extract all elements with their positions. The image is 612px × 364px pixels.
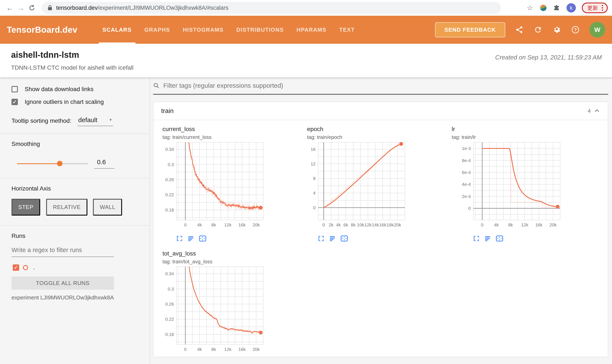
chart-plot[interactable]: 04k8k12k16k20k02e-44e-46e-48e-41e-3 — [452, 140, 567, 230]
smoothing-label: Smoothing — [0, 141, 150, 147]
svg-text:0.18: 0.18 — [165, 208, 174, 212]
experiment-description: TDNN-LSTM CTC model for aishell with ice… — [11, 64, 601, 71]
chart-plot[interactable]: 04k8k12k16k20k0.180.220.260.30.34 — [163, 265, 270, 354]
toggle-all-runs-button[interactable]: TOGGLE ALL RUNS — [12, 276, 114, 290]
settings-sidebar: Show data download links ✓ Ignore outlie… — [0, 77, 150, 364]
expand-chart-icon[interactable] — [177, 235, 182, 241]
svg-text:16: 16 — [311, 147, 316, 152]
tab-hparams[interactable]: HPARAMS — [290, 16, 333, 44]
svg-text:6k: 6k — [343, 222, 348, 227]
send-feedback-button[interactable]: SEND FEEDBACK — [435, 22, 505, 37]
svg-text:12k: 12k — [364, 222, 372, 227]
bookmark-star-icon[interactable]: ☆ — [527, 4, 533, 12]
settings-gear-icon[interactable] — [552, 25, 561, 34]
log-scale-icon[interactable] — [484, 235, 491, 241]
svg-text:14k: 14k — [372, 222, 379, 227]
train-group-header[interactable]: train 4 — [153, 102, 608, 120]
svg-text:8k: 8k — [211, 347, 216, 352]
charts-grid: current_loss tag: train/current_loss 04k… — [153, 120, 608, 357]
svg-text:0: 0 — [322, 222, 325, 227]
log-scale-icon[interactable] — [188, 235, 194, 241]
ignore-outliers-checkbox[interactable]: ✓ — [12, 99, 18, 105]
forward-icon[interactable]: → — [15, 2, 26, 13]
run-color-swatch — [23, 265, 28, 270]
account-avatar[interactable]: W — [589, 22, 605, 38]
chart-title: epoch — [307, 126, 452, 132]
svg-text:?: ? — [574, 27, 577, 32]
chrome-update-label: 更新 — [587, 4, 598, 12]
tab-histograms[interactable]: HISTOGRAMS — [177, 16, 230, 44]
back-icon[interactable]: ← — [4, 2, 15, 13]
svg-text:4k: 4k — [197, 222, 202, 227]
tooltip-sorting-select[interactable]: default ▼ — [77, 116, 113, 126]
refresh-data-icon[interactable] — [533, 25, 543, 34]
chart-plot[interactable]: 02k4k6k8k10k12k14k16k18k20k0481216 — [307, 140, 412, 230]
slider-thumb[interactable] — [57, 161, 63, 166]
svg-text:16k: 16k — [238, 347, 246, 352]
svg-text:0: 0 — [468, 206, 471, 211]
chart-title: lr — [452, 126, 596, 132]
chart-tag: tag: train/lr — [452, 134, 596, 140]
tab-scalars[interactable]: SCALARS — [96, 16, 138, 44]
experiment-header: aishell-tdnn-lstm TDNN-LSTM CTC model fo… — [0, 44, 612, 77]
svg-text:0.3: 0.3 — [168, 286, 174, 291]
svg-text:12: 12 — [311, 161, 316, 166]
tooltip-sorting-row: Tooltip sorting method: default ▼ — [0, 116, 150, 126]
fit-domain-icon[interactable] — [341, 235, 348, 242]
chart-tag: tag: train/current_loss — [163, 134, 307, 140]
show-download-row[interactable]: Show data download links — [0, 86, 150, 92]
tag-filter-input[interactable]: Filter tags (regular expressions support… — [153, 77, 608, 95]
collapse-chevron-icon[interactable] — [594, 108, 600, 114]
chart-tag: tag: train/epoch — [307, 134, 452, 140]
axis-wall-button[interactable]: WALL — [93, 199, 122, 216]
run-checkbox[interactable]: ✓ — [13, 264, 19, 271]
svg-text:16k: 16k — [238, 222, 246, 227]
reload-icon[interactable] — [26, 2, 37, 13]
share-icon[interactable] — [515, 25, 524, 34]
tensorboard-appbar: TensorBoard.dev SCALARSGRAPHSHISTOGRAMSD… — [0, 16, 612, 44]
axis-relative-button[interactable]: RELATIVE — [46, 199, 87, 216]
tab-graphs[interactable]: GRAPHS — [138, 16, 177, 44]
train-group-card: train 4 current_loss tag: train/current_… — [153, 102, 608, 357]
chart-card-epoch: epoch tag: train/epoch 02k4k6k8k10k12k14… — [307, 126, 452, 242]
browser-profile-avatar[interactable]: k — [567, 3, 576, 13]
tab-text[interactable]: TEXT — [333, 16, 361, 44]
expand-chart-icon[interactable] — [318, 235, 324, 241]
browser-toolbar: ← → tensorboard.dev/experiment/LJI9MWUOR… — [0, 0, 612, 16]
browser-menu-icon[interactable] — [602, 5, 604, 11]
svg-text:0.26: 0.26 — [165, 301, 174, 306]
tab-distributions[interactable]: DISTRIBUTIONS — [230, 16, 290, 44]
svg-text:2e-4: 2e-4 — [462, 194, 471, 199]
smoothing-value-input[interactable]: 0.6 — [94, 158, 114, 169]
svg-text:4k: 4k — [197, 347, 202, 352]
fit-domain-icon[interactable] — [496, 235, 503, 242]
scalars-main: Filter tags (regular expressions support… — [150, 77, 612, 364]
smoothing-slider[interactable] — [17, 161, 88, 166]
help-icon[interactable]: ? — [571, 25, 580, 34]
svg-text:0: 0 — [184, 347, 187, 352]
svg-text:20k: 20k — [394, 222, 401, 227]
svg-text:8e-4: 8e-4 — [462, 158, 471, 163]
horizontal-axis-label: Horizontal Axis — [0, 185, 150, 192]
log-scale-icon[interactable] — [329, 235, 335, 241]
chart-card-tot_avg_loss: tot_avg_loss tag: train/tot_avg_loss 04k… — [163, 250, 307, 357]
chart-plot[interactable]: 04k8k12k16k20k0.180.220.260.30.34 — [163, 140, 270, 230]
chrome-update-button[interactable]: 更新 — [582, 2, 608, 13]
axis-step-button[interactable]: STEP — [12, 199, 40, 216]
svg-text:20k: 20k — [253, 347, 260, 352]
svg-text:2k: 2k — [329, 222, 334, 227]
fit-domain-icon[interactable] — [199, 235, 206, 242]
svg-text:4: 4 — [313, 191, 316, 195]
expand-chart-icon[interactable] — [473, 235, 479, 241]
url-bar[interactable]: tensorboard.dev/experiment/LJI9MWUORLOw3… — [42, 2, 501, 14]
app-logo[interactable]: TensorBoard.dev — [7, 25, 77, 35]
search-icon — [153, 82, 159, 89]
url-domain: tensorboard.dev — [56, 5, 97, 11]
ignore-outliers-row[interactable]: ✓ Ignore outliers in chart scaling — [0, 99, 150, 105]
extension-bowl-icon[interactable] — [540, 5, 546, 11]
runs-filter-input[interactable]: Write a regex to filter runs — [12, 247, 114, 257]
svg-text:0.34: 0.34 — [165, 147, 174, 152]
svg-text:0: 0 — [184, 222, 187, 227]
extensions-puzzle-icon[interactable] — [553, 5, 560, 11]
show-download-checkbox[interactable] — [12, 86, 18, 92]
